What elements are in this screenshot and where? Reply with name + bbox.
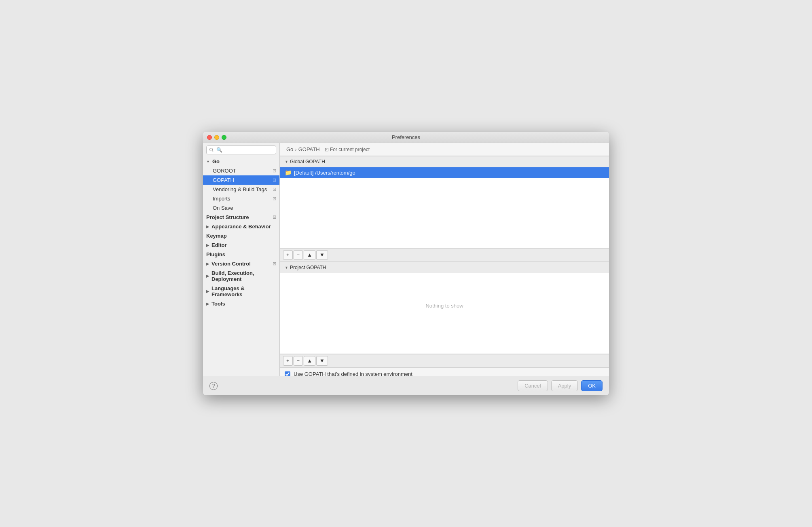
copy-icon-version-control: ⊡ bbox=[273, 261, 276, 266]
copy-icon-goroot: ⊡ bbox=[273, 168, 276, 173]
window-title: Preferences bbox=[392, 134, 420, 140]
project-gopath-list: Nothing to show bbox=[280, 273, 609, 354]
remove-project-path-button[interactable]: − bbox=[294, 356, 303, 366]
search-input[interactable] bbox=[206, 145, 276, 154]
sidebar-label-goroot: GOROOT bbox=[213, 168, 236, 174]
expand-arrow-go: ▼ bbox=[206, 160, 210, 164]
use-gopath-label: Use GOPATH that's defined in system envi… bbox=[294, 371, 412, 376]
global-gopath-label: Global GOPATH bbox=[290, 159, 325, 164]
folder-icon: 📁 bbox=[285, 169, 292, 176]
minimize-button[interactable] bbox=[214, 135, 219, 140]
move-down-project-button[interactable]: ▼ bbox=[316, 356, 328, 366]
sidebar-item-editor[interactable]: ▶ Editor bbox=[203, 240, 279, 250]
sidebar-label-vendoring: Vendoring & Build Tags bbox=[213, 186, 267, 192]
project-gopath-arrow: ▼ bbox=[285, 266, 288, 270]
empty-text: Nothing to show bbox=[425, 303, 463, 309]
move-down-global-button[interactable]: ▼ bbox=[316, 250, 328, 260]
global-gopath-section: ▼ Global GOPATH 📁 [Default] /Users/rento… bbox=[280, 156, 609, 262]
global-gopath-list: 📁 [Default] /Users/rentom/go bbox=[280, 167, 609, 248]
maximize-button[interactable] bbox=[222, 135, 226, 140]
project-gopath-section: ▼ Project GOPATH Nothing to show + − ▲ ▼ bbox=[280, 262, 609, 368]
expand-arrow-version-control: ▶ bbox=[206, 262, 209, 266]
move-up-global-button[interactable]: ▲ bbox=[304, 250, 315, 260]
help-button[interactable]: ? bbox=[209, 382, 218, 390]
sidebar-label-languages: Languages & Frameworks bbox=[211, 285, 276, 297]
sidebar-item-go[interactable]: ▼ Go bbox=[203, 157, 279, 166]
sidebar-label-gopath: GOPATH bbox=[213, 177, 234, 183]
sidebar-label-keymap: Keymap bbox=[206, 233, 227, 239]
global-gopath-entry[interactable]: 📁 [Default] /Users/rentom/go bbox=[280, 167, 609, 178]
sidebar-item-languages[interactable]: ▶ Languages & Frameworks bbox=[203, 284, 279, 299]
sidebar-label-build: Build, Execution, Deployment bbox=[211, 270, 276, 282]
content-area: ▼ Go GOROOT ⊡ GOPATH ⊡ Vendoring & Build… bbox=[203, 143, 609, 376]
add-global-path-button[interactable]: + bbox=[283, 250, 293, 260]
expand-arrow-tools: ▶ bbox=[206, 302, 209, 306]
copy-icon-imports: ⊡ bbox=[273, 196, 276, 201]
global-gopath-path: [Default] /Users/rentom/go bbox=[294, 170, 355, 176]
sidebar-label-go: Go bbox=[212, 158, 220, 164]
panel-body: ▼ Global GOPATH 📁 [Default] /Users/rento… bbox=[280, 156, 609, 376]
use-gopath-row: Use GOPATH that's defined in system envi… bbox=[280, 368, 609, 376]
global-gopath-toolbar: + − ▲ ▼ bbox=[280, 248, 609, 262]
copy-icon-project-structure: ⊡ bbox=[273, 215, 276, 220]
add-project-path-button[interactable]: + bbox=[283, 356, 293, 366]
sidebar-label-version-control: Version Control bbox=[211, 261, 251, 267]
cancel-button[interactable]: Cancel bbox=[518, 380, 548, 391]
project-gopath-toolbar: + − ▲ ▼ bbox=[280, 354, 609, 368]
sidebar-label-imports: Imports bbox=[213, 196, 230, 202]
breadcrumb-separator: › bbox=[295, 146, 296, 152]
preferences-window: Preferences ▼ Go GOROOT ⊡ GOPATH ⊡ Vendo… bbox=[203, 132, 609, 395]
breadcrumb-project: ⊡ For current project bbox=[325, 147, 370, 152]
expand-arrow-languages: ▶ bbox=[206, 289, 209, 293]
sidebar: ▼ Go GOROOT ⊡ GOPATH ⊡ Vendoring & Build… bbox=[203, 143, 280, 376]
window-controls bbox=[207, 135, 226, 140]
remove-global-path-button[interactable]: − bbox=[294, 250, 303, 260]
footer: ? Cancel Apply OK bbox=[203, 376, 609, 395]
close-button[interactable] bbox=[207, 135, 212, 140]
sidebar-item-appearance[interactable]: ▶ Appearance & Behavior bbox=[203, 222, 279, 231]
expand-arrow-appearance: ▶ bbox=[206, 225, 209, 229]
copy-icon-gopath: ⊡ bbox=[273, 177, 276, 183]
ok-button[interactable]: OK bbox=[581, 380, 603, 391]
sidebar-item-onsave[interactable]: On Save bbox=[203, 203, 279, 213]
sidebar-item-version-control[interactable]: ▶ Version Control ⊡ bbox=[203, 259, 279, 268]
main-panel: Go › GOPATH ⊡ For current project ▼ Glob… bbox=[280, 143, 609, 376]
sidebar-item-imports[interactable]: Imports ⊡ bbox=[203, 194, 279, 203]
sidebar-label-onsave: On Save bbox=[213, 205, 233, 211]
nothing-to-show: Nothing to show bbox=[280, 273, 609, 338]
breadcrumb-go: Go bbox=[286, 146, 293, 152]
breadcrumb: Go › GOPATH ⊡ For current project bbox=[280, 143, 609, 156]
expand-arrow-build: ▶ bbox=[206, 274, 209, 278]
copy-icon-vendoring: ⊡ bbox=[273, 187, 276, 192]
sidebar-item-goroot[interactable]: GOROOT ⊡ bbox=[203, 166, 279, 175]
sidebar-label-tools: Tools bbox=[211, 301, 225, 307]
sidebar-label-project-structure: Project Structure bbox=[206, 214, 249, 220]
global-gopath-arrow: ▼ bbox=[285, 160, 288, 164]
project-gopath-label: Project GOPATH bbox=[290, 265, 326, 270]
use-gopath-checkbox[interactable] bbox=[285, 371, 290, 376]
sidebar-item-gopath[interactable]: GOPATH ⊡ bbox=[203, 175, 279, 185]
help-icon-label: ? bbox=[212, 383, 215, 389]
title-bar: Preferences bbox=[203, 132, 609, 143]
sidebar-item-project-structure[interactable]: Project Structure ⊡ bbox=[203, 213, 279, 222]
sidebar-label-editor: Editor bbox=[211, 242, 227, 248]
sidebar-item-vendoring[interactable]: Vendoring & Build Tags ⊡ bbox=[203, 185, 279, 194]
breadcrumb-gopath: GOPATH bbox=[298, 146, 320, 152]
sidebar-label-plugins: Plugins bbox=[206, 251, 225, 257]
project-gopath-header: ▼ Project GOPATH bbox=[280, 262, 609, 273]
move-up-project-button[interactable]: ▲ bbox=[304, 356, 315, 366]
sidebar-label-appearance: Appearance & Behavior bbox=[211, 223, 271, 230]
apply-button[interactable]: Apply bbox=[551, 380, 578, 391]
sidebar-item-keymap[interactable]: Keymap bbox=[203, 231, 279, 240]
global-gopath-header: ▼ Global GOPATH bbox=[280, 156, 609, 167]
sidebar-item-plugins[interactable]: Plugins bbox=[203, 250, 279, 259]
sidebar-item-tools[interactable]: ▶ Tools bbox=[203, 299, 279, 308]
expand-arrow-editor: ▶ bbox=[206, 243, 209, 247]
sidebar-item-build[interactable]: ▶ Build, Execution, Deployment bbox=[203, 268, 279, 284]
